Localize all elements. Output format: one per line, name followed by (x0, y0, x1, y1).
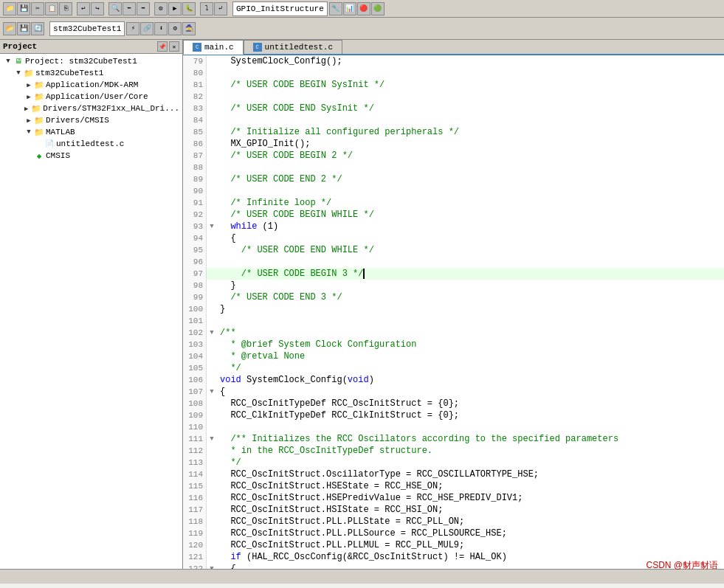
tree-expander[interactable]: ▼ (3, 58, 13, 65)
line-expander[interactable] (207, 256, 217, 268)
line-expander[interactable] (207, 291, 217, 303)
code-line[interactable]: 114 RCC_OscInitStruct.OscillatorType = R… (183, 468, 724, 480)
tb-icon-2[interactable]: 💾 (17, 2, 30, 15)
tb2-icon-1[interactable]: 📂 (3, 22, 16, 35)
code-line[interactable]: 115 RCC_OscInitStruct.HSEState = RCC_HSE… (183, 480, 724, 492)
code-line[interactable]: 94 { (183, 232, 724, 244)
line-expander[interactable] (207, 244, 217, 256)
line-expander[interactable] (207, 185, 217, 197)
line-expander[interactable] (207, 232, 217, 244)
sidebar-btn-lock[interactable]: 📌 (157, 41, 168, 52)
tb2-icon-settings[interactable]: ⚙ (168, 22, 182, 35)
tb2-icon-compile[interactable]: ⚡ (126, 22, 139, 35)
code-area[interactable]: 79 SystemClock_Config();8081 /* USER COD… (183, 55, 724, 569)
tree-item[interactable]: 📄untitledtest.c (0, 138, 182, 150)
tb-icon-6[interactable]: ↩ (77, 2, 90, 15)
line-expander[interactable] (207, 362, 217, 374)
line-expander[interactable] (207, 138, 217, 150)
code-line[interactable]: 102▼/** (183, 327, 724, 339)
code-line[interactable]: 121 if (HAL_RCC_OscConfig(&RCC_OscInitSt… (183, 551, 724, 563)
line-expander[interactable] (207, 114, 217, 126)
code-line[interactable]: 86 MX_GPIO_Init(); (183, 138, 724, 150)
line-expander[interactable] (207, 268, 217, 280)
tb2-icon-2[interactable]: 💾 (17, 22, 30, 35)
tree-expander[interactable]: ▶ (21, 105, 31, 113)
tree-item[interactable]: ▶📁Application/User/Core (0, 91, 182, 103)
code-line[interactable]: 96 (183, 256, 724, 268)
code-line[interactable]: 119 RCC_OscInitStruct.PLL.PLLSource = RC… (183, 528, 724, 539)
line-expander[interactable] (207, 374, 217, 386)
tb-icon-8[interactable]: 🔍 (108, 2, 122, 15)
code-line[interactable]: 84 (183, 114, 724, 126)
code-line[interactable]: 90 (183, 185, 724, 197)
code-line[interactable]: 103 * @brief System Clock Configuration (183, 339, 724, 350)
line-expander[interactable] (207, 421, 217, 433)
line-expander[interactable] (207, 528, 217, 539)
line-expander[interactable]: ▼ (207, 433, 217, 445)
tree-item[interactable]: ▶📁Drivers/STM32F1xx_HAL_Dri... (0, 103, 182, 114)
tb-icon-debug[interactable]: 🐛 (182, 2, 196, 15)
tree-expander[interactable]: ▶ (24, 117, 34, 125)
tree-item[interactable]: ◆CMSIS (0, 150, 182, 162)
tb-icon-7[interactable]: ↪ (91, 2, 104, 15)
code-line[interactable]: 88 (183, 162, 724, 173)
code-line[interactable]: 89 /* USER CODE END 2 */ (183, 173, 724, 185)
code-line[interactable]: 80 (183, 67, 724, 79)
tree-item[interactable]: ▶📁Drivers/CMSIS (0, 114, 182, 126)
tb-icon-build[interactable]: ⚙ (154, 2, 168, 15)
tb2-icon-flash[interactable]: ⬇ (154, 22, 168, 35)
tb-icon-3[interactable]: ✂ (31, 2, 44, 15)
line-expander[interactable] (207, 209, 217, 221)
tb-icon-r2[interactable]: 📊 (343, 2, 356, 15)
code-line[interactable]: 122▼ { (183, 563, 724, 569)
tb2-icon-3[interactable]: 🔄 (31, 22, 44, 35)
line-expander[interactable] (207, 539, 217, 551)
sidebar-btn-close[interactable]: ✕ (169, 41, 179, 52)
line-expander[interactable] (207, 91, 217, 103)
code-line[interactable]: 120 RCC_OscInitStruct.PLL.PLLMUL = RCC_P… (183, 539, 724, 551)
code-line[interactable]: 109 RCC_ClkInitTypeDef RCC_ClkInitStruct… (183, 409, 724, 421)
code-line[interactable]: 116 RCC_OscInitStruct.HSEPredivValue = R… (183, 492, 724, 504)
tb-icon-run[interactable]: ▶ (168, 2, 182, 15)
tab-main-c[interactable]: C main.c (183, 40, 244, 55)
code-line[interactable]: 79 SystemClock_Config(); (183, 55, 724, 67)
code-line[interactable]: 91 /* Infinite loop */ (183, 197, 724, 209)
code-line[interactable]: 87 /* USER CODE BEGIN 2 */ (183, 150, 724, 162)
code-line[interactable]: 99 /* USER CODE END 3 */ (183, 291, 724, 303)
tb-icon-r4[interactable]: 🟢 (371, 2, 385, 15)
line-expander[interactable]: ▼ (207, 221, 217, 232)
code-line[interactable]: 93▼ while (1) (183, 221, 724, 232)
tree-expander[interactable]: ▶ (24, 93, 34, 101)
code-line[interactable]: 117 RCC_OscInitStruct.HSIState = RCC_HSI… (183, 504, 724, 516)
line-expander[interactable] (207, 197, 217, 209)
code-line[interactable]: 104 * @retval None (183, 350, 724, 362)
line-expander[interactable]: ▼ (207, 563, 217, 569)
line-expander[interactable] (207, 551, 217, 563)
line-expander[interactable] (207, 315, 217, 327)
line-expander[interactable] (207, 339, 217, 350)
line-expander[interactable] (207, 350, 217, 362)
line-expander[interactable] (207, 67, 217, 79)
code-line[interactable]: 111▼ /** Initializes the RCC Oscillators… (183, 433, 724, 445)
line-expander[interactable] (207, 150, 217, 162)
line-expander[interactable]: ▼ (207, 327, 217, 339)
tb-icon-1[interactable]: 📁 (3, 2, 16, 15)
code-line[interactable]: 100} (183, 303, 724, 315)
line-expander[interactable] (207, 457, 217, 468)
line-expander[interactable]: ▼ (207, 386, 217, 398)
tree-item[interactable]: ▶📁Application/MDK-ARM (0, 79, 182, 91)
code-line[interactable]: 110 (183, 421, 724, 433)
line-expander[interactable] (207, 468, 217, 480)
code-line[interactable]: 108 RCC_OscInitTypeDef RCC_OscInitStruct… (183, 398, 724, 409)
code-line[interactable]: 98 } (183, 280, 724, 291)
line-expander[interactable] (207, 492, 217, 504)
code-line[interactable]: 107▼{ (183, 386, 724, 398)
code-line[interactable]: 118 RCC_OscInitStruct.PLL.PLLState = RCC… (183, 516, 724, 528)
code-line[interactable]: 105 */ (183, 362, 724, 374)
code-line[interactable]: 101 (183, 315, 724, 327)
line-expander[interactable] (207, 79, 217, 91)
code-line[interactable]: 112 * in the RCC_OscInitTypeDef structur… (183, 445, 724, 457)
code-line[interactable]: 81 /* USER CODE BEGIN SysInit */ (183, 79, 724, 91)
tb-icon-9[interactable]: ⬅ (123, 2, 136, 15)
line-expander[interactable] (207, 280, 217, 291)
